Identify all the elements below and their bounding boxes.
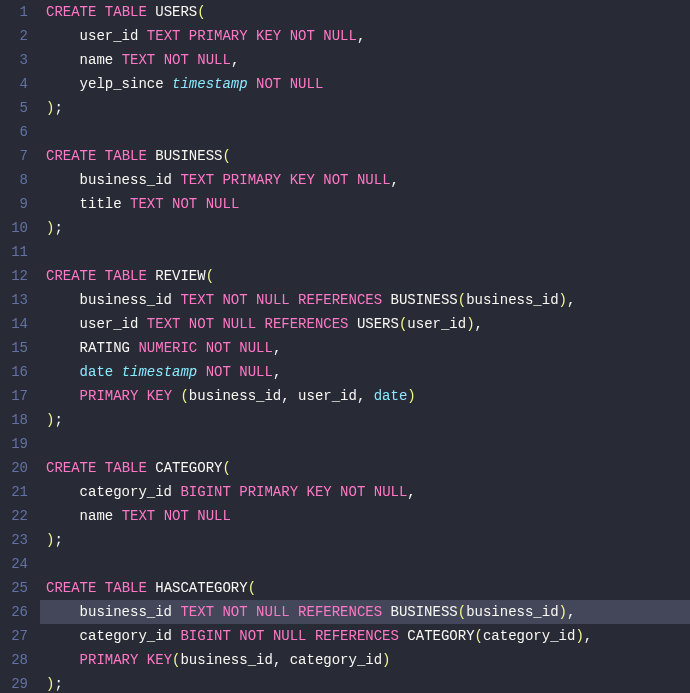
code-line[interactable]: ); bbox=[46, 672, 690, 693]
line-number: 27 bbox=[6, 624, 28, 648]
keyword: NOT bbox=[164, 508, 189, 524]
keyword: TEXT bbox=[147, 316, 181, 332]
indent bbox=[46, 340, 80, 356]
keyword: NULL bbox=[357, 172, 391, 188]
type: timestamp bbox=[122, 364, 198, 380]
punct: , bbox=[567, 604, 575, 620]
keyword: REFERENCES bbox=[298, 292, 382, 308]
code-line[interactable]: ); bbox=[46, 408, 690, 432]
line-number: 13 bbox=[6, 288, 28, 312]
keyword: TABLE bbox=[105, 148, 147, 164]
paren: ) bbox=[466, 316, 474, 332]
indent bbox=[46, 388, 80, 404]
code-line[interactable]: CREATE TABLE REVIEW( bbox=[46, 264, 690, 288]
code-line[interactable]: ); bbox=[46, 96, 690, 120]
punct: , bbox=[357, 388, 365, 404]
code-line[interactable]: CREATE TABLE HASCATEGORY( bbox=[46, 576, 690, 600]
code-line[interactable]: category_id BIGINT PRIMARY KEY NOT NULL, bbox=[46, 480, 690, 504]
identifier: BUSINESS bbox=[391, 292, 458, 308]
line-number: 28 bbox=[6, 648, 28, 672]
paren: ( bbox=[222, 148, 230, 164]
paren: ( bbox=[458, 604, 466, 620]
punct: , bbox=[357, 28, 365, 44]
keyword: NULL bbox=[323, 28, 357, 44]
keyword: CREATE bbox=[46, 580, 96, 596]
code-line[interactable]: PRIMARY KEY(business_id, category_id) bbox=[46, 648, 690, 672]
keyword: NOT bbox=[206, 364, 231, 380]
line-number: 8 bbox=[6, 168, 28, 192]
code-line[interactable]: CREATE TABLE USERS( bbox=[46, 0, 690, 24]
code-line[interactable]: name TEXT NOT NULL, bbox=[46, 48, 690, 72]
identifier: CATEGORY bbox=[407, 628, 474, 644]
paren: ( bbox=[197, 4, 205, 20]
keyword: TEXT bbox=[147, 28, 181, 44]
line-number-gutter: 1234567891011121314151617181920212223242… bbox=[0, 0, 40, 693]
line-number: 23 bbox=[6, 528, 28, 552]
code-line-current[interactable]: business_id TEXT NOT NULL REFERENCES BUS… bbox=[40, 600, 690, 624]
type: timestamp bbox=[172, 76, 248, 92]
paren: ) bbox=[559, 292, 567, 308]
code-line[interactable]: CREATE TABLE BUSINESS( bbox=[46, 144, 690, 168]
code-line[interactable]: yelp_since timestamp NOT NULL bbox=[46, 72, 690, 96]
code-line[interactable]: business_id TEXT NOT NULL REFERENCES BUS… bbox=[46, 288, 690, 312]
keyword: NULL bbox=[239, 364, 273, 380]
code-line[interactable]: RATING NUMERIC NOT NULL, bbox=[46, 336, 690, 360]
keyword: REFERENCES bbox=[315, 628, 399, 644]
keyword: NOT bbox=[222, 292, 247, 308]
column: business_id bbox=[80, 172, 172, 188]
code-line[interactable]: CREATE TABLE CATEGORY( bbox=[46, 456, 690, 480]
code-line[interactable]: business_id TEXT PRIMARY KEY NOT NULL, bbox=[46, 168, 690, 192]
code-line[interactable]: user_id TEXT PRIMARY KEY NOT NULL, bbox=[46, 24, 690, 48]
column: business_id bbox=[80, 292, 172, 308]
line-number: 14 bbox=[6, 312, 28, 336]
code-line[interactable] bbox=[46, 432, 690, 456]
code-line[interactable]: ); bbox=[46, 528, 690, 552]
column: category_id bbox=[290, 652, 382, 668]
code-line[interactable] bbox=[46, 240, 690, 264]
code-line[interactable]: ); bbox=[46, 216, 690, 240]
code-line[interactable]: user_id TEXT NOT NULL REFERENCES USERS(u… bbox=[46, 312, 690, 336]
keyword: BIGINT bbox=[180, 628, 230, 644]
code-line[interactable]: name TEXT NOT NULL bbox=[46, 504, 690, 528]
paren: ) bbox=[559, 604, 567, 620]
code-line[interactable] bbox=[46, 552, 690, 576]
line-number: 3 bbox=[6, 48, 28, 72]
keyword: NULL bbox=[290, 76, 324, 92]
line-number: 7 bbox=[6, 144, 28, 168]
indent bbox=[46, 196, 80, 212]
indent bbox=[46, 292, 80, 308]
keyword: TEXT bbox=[180, 172, 214, 188]
code-editor[interactable]: 1234567891011121314151617181920212223242… bbox=[0, 0, 690, 693]
paren: ) bbox=[575, 628, 583, 644]
code-line[interactable]: category_id BIGINT NOT NULL REFERENCES C… bbox=[46, 624, 690, 648]
line-number: 20 bbox=[6, 456, 28, 480]
code-line[interactable]: date timestamp NOT NULL, bbox=[46, 360, 690, 384]
line-number: 22 bbox=[6, 504, 28, 528]
keyword: KEY bbox=[306, 484, 331, 500]
punct: , bbox=[475, 316, 483, 332]
line-number: 26 bbox=[6, 600, 28, 624]
indent bbox=[46, 364, 80, 380]
code-line[interactable]: PRIMARY KEY (business_id, user_id, date) bbox=[46, 384, 690, 408]
keyword: KEY bbox=[290, 172, 315, 188]
keyword: NOT bbox=[172, 196, 197, 212]
punct: ; bbox=[54, 100, 62, 116]
column: business_id bbox=[466, 604, 558, 620]
line-number: 10 bbox=[6, 216, 28, 240]
code-line[interactable] bbox=[46, 120, 690, 144]
keyword: TEXT bbox=[180, 292, 214, 308]
keyword: TEXT bbox=[130, 196, 164, 212]
paren: ( bbox=[475, 628, 483, 644]
keyword: NULL bbox=[197, 52, 231, 68]
column: user_id bbox=[80, 28, 139, 44]
paren: ( bbox=[248, 580, 256, 596]
code-line[interactable]: title TEXT NOT NULL bbox=[46, 192, 690, 216]
identifier: USERS bbox=[155, 4, 197, 20]
column: yelp_since bbox=[80, 76, 164, 92]
keyword: CREATE bbox=[46, 268, 96, 284]
keyword: NUMERIC bbox=[138, 340, 197, 356]
indent bbox=[46, 652, 80, 668]
code-area[interactable]: CREATE TABLE USERS( user_id TEXT PRIMARY… bbox=[40, 0, 690, 693]
line-number: 17 bbox=[6, 384, 28, 408]
indent bbox=[46, 316, 80, 332]
